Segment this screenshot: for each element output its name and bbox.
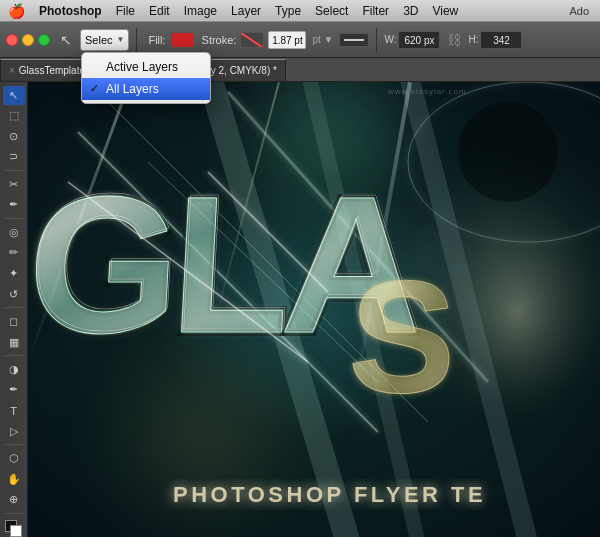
tool-history-brush[interactable]: ↺ bbox=[3, 285, 25, 304]
tool-move[interactable]: ↖ bbox=[3, 86, 25, 105]
tool-eraser[interactable]: ◻ bbox=[3, 312, 25, 331]
main-area: ↖ ⬚ ⊙ ⊃ ✂ ✒ ◎ ✏ ✦ ↺ ◻ ▦ ◑ ✒ T ▷ ⬡ ✋ ⊕ bbox=[0, 82, 600, 537]
tool-hand[interactable]: ✋ bbox=[3, 470, 25, 489]
stroke-value: 1.87 pt bbox=[268, 31, 306, 49]
stroke-swatch[interactable] bbox=[240, 32, 264, 48]
menu-filter[interactable]: Filter bbox=[355, 0, 396, 22]
tool-type[interactable]: T bbox=[3, 401, 25, 420]
sidebar-separator-5 bbox=[5, 444, 23, 445]
toolbar-separator-1 bbox=[136, 28, 137, 52]
menu-image[interactable]: Image bbox=[177, 0, 224, 22]
apple-menu[interactable]: 🍎 bbox=[0, 0, 32, 22]
sidebar-separator-1 bbox=[5, 170, 23, 171]
tool-zoom[interactable]: ⊕ bbox=[3, 490, 25, 509]
tool-pen[interactable]: ✒ bbox=[3, 381, 25, 400]
menu-file[interactable]: File bbox=[109, 0, 142, 22]
fill-swatch[interactable] bbox=[170, 32, 194, 48]
fill-label: Fill: bbox=[148, 34, 165, 46]
stroke-unit-dropdown[interactable]: pt ▼ bbox=[312, 34, 333, 45]
canvas-svg: GLA GLA GLA GLA S S bbox=[28, 82, 600, 537]
tool-crop[interactable]: ✂ bbox=[3, 175, 25, 194]
maximize-window-button[interactable] bbox=[38, 34, 50, 46]
height-input[interactable]: 342 bbox=[480, 31, 522, 49]
foreground-background-colors[interactable] bbox=[5, 520, 23, 535]
link-proportions-icon[interactable]: ⛓ bbox=[447, 32, 461, 48]
selection-tool-icon: ↖ bbox=[60, 32, 72, 48]
select-dropdown[interactable]: Selec ▼ Active Layers All Layers bbox=[80, 29, 129, 51]
menu-bar: 🍎 Photoshop File Edit Image Layer Type S… bbox=[0, 0, 600, 22]
tool-clone[interactable]: ✦ bbox=[3, 264, 25, 283]
tool-lasso[interactable]: ⊃ bbox=[3, 148, 25, 167]
menu-ado: Ado bbox=[562, 0, 596, 22]
menu-photoshop[interactable]: Photoshop bbox=[32, 0, 109, 22]
tool-spot-heal[interactable]: ◎ bbox=[3, 223, 25, 242]
window-controls bbox=[6, 34, 50, 46]
tool-gradient[interactable]: ▦ bbox=[3, 333, 25, 352]
tool-path-select[interactable]: ▷ bbox=[3, 422, 25, 441]
menu-edit[interactable]: Edit bbox=[142, 0, 177, 22]
canvas-area[interactable]: GLA GLA GLA GLA S S bbox=[28, 82, 600, 537]
select-dropdown-label: Selec bbox=[85, 34, 113, 46]
dropdown-menu: Active Layers All Layers bbox=[81, 52, 211, 104]
menu-type[interactable]: Type bbox=[268, 0, 308, 22]
sidebar-separator-6 bbox=[5, 513, 23, 514]
minimize-window-button[interactable] bbox=[22, 34, 34, 46]
menu-3d[interactable]: 3D bbox=[396, 0, 425, 22]
menu-select[interactable]: Select bbox=[308, 0, 355, 22]
stroke-style-dropdown[interactable] bbox=[339, 33, 369, 47]
tool-select-ellipse[interactable]: ⊙ bbox=[3, 127, 25, 146]
toolbar-separator-2 bbox=[376, 28, 377, 52]
height-field: H: 342 bbox=[468, 31, 522, 49]
dropdown-arrow-icon: ▼ bbox=[117, 35, 125, 44]
dropdown-item-all-layers[interactable]: All Layers bbox=[82, 78, 210, 100]
w-label: W: bbox=[384, 34, 396, 45]
tool-dodge[interactable]: ◑ bbox=[3, 360, 25, 379]
sidebar-separator-3 bbox=[5, 307, 23, 308]
svg-text:PHOTOSHOP FLYER TE: PHOTOSHOP FLYER TE bbox=[173, 482, 486, 507]
sidebar-separator-2 bbox=[5, 218, 23, 219]
menu-layer[interactable]: Layer bbox=[224, 0, 268, 22]
close-window-button[interactable] bbox=[6, 34, 18, 46]
tool-brush[interactable]: ✏ bbox=[3, 244, 25, 263]
width-input[interactable]: 620 px bbox=[398, 31, 440, 49]
width-field: W: 620 px bbox=[384, 31, 440, 49]
stroke-label: Stroke: bbox=[202, 34, 237, 46]
tab-close-button[interactable]: × bbox=[9, 65, 15, 76]
h-label: H: bbox=[468, 34, 478, 45]
svg-text:www.kissylar.com: www.kissylar.com bbox=[387, 87, 467, 96]
menu-right: Ado bbox=[562, 0, 600, 22]
canvas-image: GLA GLA GLA GLA S S bbox=[28, 82, 600, 537]
sidebar: ↖ ⬚ ⊙ ⊃ ✂ ✒ ◎ ✏ ✦ ↺ ◻ ▦ ◑ ✒ T ▷ ⬡ ✋ ⊕ bbox=[0, 82, 28, 537]
tool-shape[interactable]: ⬡ bbox=[3, 449, 25, 468]
toolbar: ↖ Selec ▼ Active Layers All Layers Fill:… bbox=[0, 22, 600, 58]
tool-eyedropper[interactable]: ✒ bbox=[3, 196, 25, 215]
sidebar-separator-4 bbox=[5, 355, 23, 356]
dropdown-item-active-layers[interactable]: Active Layers bbox=[82, 56, 210, 78]
tool-select-rect[interactable]: ⬚ bbox=[3, 107, 25, 126]
menu-view[interactable]: View bbox=[425, 0, 465, 22]
